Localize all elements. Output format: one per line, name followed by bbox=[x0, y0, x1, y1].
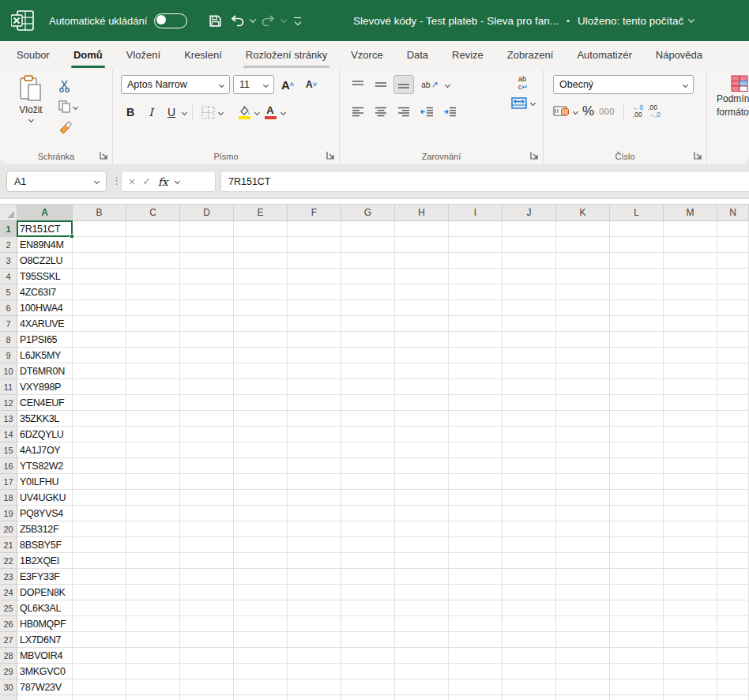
cell-J30[interactable] bbox=[502, 679, 556, 695]
cell-D29[interactable] bbox=[180, 664, 234, 679]
row-header-19[interactable]: 19 bbox=[0, 506, 17, 521]
cell-J4[interactable] bbox=[502, 269, 556, 284]
cell-L12[interactable] bbox=[610, 395, 664, 411]
cell-K28[interactable] bbox=[556, 648, 610, 664]
cell-H16[interactable] bbox=[395, 458, 449, 474]
column-header-L[interactable]: L bbox=[610, 204, 664, 221]
cell-F18[interactable] bbox=[288, 490, 341, 506]
cell-I7[interactable] bbox=[449, 316, 502, 332]
format-painter-button[interactable] bbox=[58, 119, 77, 135]
cell-L23[interactable] bbox=[610, 569, 664, 585]
copy-dropdown-icon[interactable] bbox=[73, 103, 78, 109]
cell-C31[interactable] bbox=[126, 695, 180, 700]
cell-F8[interactable] bbox=[288, 332, 341, 348]
cell-G7[interactable] bbox=[341, 316, 395, 332]
undo-dropdown-icon[interactable] bbox=[250, 16, 256, 22]
row-header-16[interactable]: 16 bbox=[0, 458, 17, 474]
cell-H27[interactable] bbox=[395, 632, 449, 648]
cell-L6[interactable] bbox=[610, 300, 664, 316]
cell-K10[interactable] bbox=[556, 363, 610, 379]
cell-E7[interactable] bbox=[234, 316, 288, 332]
cell-C9[interactable] bbox=[126, 348, 180, 363]
accounting-dropdown-icon[interactable] bbox=[573, 108, 578, 114]
column-header-D[interactable]: D bbox=[180, 204, 234, 221]
column-header-J[interactable]: J bbox=[502, 204, 556, 221]
align-top-button[interactable] bbox=[348, 75, 368, 94]
cell-C3[interactable] bbox=[126, 253, 180, 269]
cell-J20[interactable] bbox=[502, 521, 556, 537]
cell-J2[interactable] bbox=[502, 237, 556, 253]
cell-K25[interactable] bbox=[556, 600, 610, 616]
cell-D25[interactable] bbox=[180, 600, 234, 616]
cell-B25[interactable] bbox=[73, 600, 126, 616]
cell-M9[interactable] bbox=[664, 348, 717, 363]
cell-A9[interactable]: L6JK5MY bbox=[17, 348, 73, 363]
orientation-button[interactable]: ab ↗ bbox=[416, 75, 443, 94]
cell-M6[interactable] bbox=[664, 300, 717, 316]
cell-C11[interactable] bbox=[126, 379, 180, 395]
cell-M31[interactable] bbox=[664, 695, 717, 700]
cell-D26[interactable] bbox=[180, 616, 234, 632]
row-header-27[interactable]: 27 bbox=[0, 632, 17, 648]
font-color-button[interactable]: A bbox=[261, 103, 280, 122]
cell-E11[interactable] bbox=[234, 379, 288, 395]
cell-M27[interactable] bbox=[664, 632, 717, 648]
cell-D7[interactable] bbox=[180, 316, 234, 332]
cell-M3[interactable] bbox=[664, 253, 717, 269]
cell-N17[interactable] bbox=[717, 474, 749, 490]
cell-A16[interactable]: YTS82W2 bbox=[17, 458, 73, 474]
tab-rozlozeni-stranky[interactable]: Rozložení stránky bbox=[234, 41, 339, 70]
row-header-1[interactable]: 1 bbox=[0, 221, 17, 237]
cell-F10[interactable] bbox=[288, 363, 341, 379]
row-header-28[interactable]: 28 bbox=[0, 648, 17, 664]
cell-H9[interactable] bbox=[395, 348, 449, 363]
saved-status-chevron-icon[interactable] bbox=[688, 16, 694, 22]
cell-C13[interactable] bbox=[126, 411, 180, 427]
cell-F7[interactable] bbox=[288, 316, 341, 332]
increase-indent-button[interactable] bbox=[439, 102, 460, 121]
cell-D21[interactable] bbox=[180, 537, 234, 553]
cell-H19[interactable] bbox=[395, 506, 449, 521]
cell-N3[interactable] bbox=[717, 253, 749, 269]
document-title-area[interactable]: Slevové kódy - Test plateb - Sleva pro f… bbox=[353, 15, 694, 27]
row-header-23[interactable]: 23 bbox=[0, 569, 17, 585]
row-header-13[interactable]: 13 bbox=[0, 411, 17, 427]
cell-A26[interactable]: HB0MQPF bbox=[17, 616, 73, 632]
cell-H21[interactable] bbox=[395, 537, 449, 553]
cell-B23[interactable] bbox=[73, 569, 126, 585]
row-header-3[interactable]: 3 bbox=[0, 253, 17, 269]
cell-E2[interactable] bbox=[234, 237, 288, 253]
cell-I1[interactable] bbox=[449, 221, 502, 237]
cell-J23[interactable] bbox=[502, 569, 556, 585]
cell-A20[interactable]: Z5B312F bbox=[17, 521, 73, 537]
cell-G30[interactable] bbox=[341, 679, 395, 695]
cell-H4[interactable] bbox=[395, 269, 449, 284]
cell-H2[interactable] bbox=[395, 237, 449, 253]
cell-C7[interactable] bbox=[126, 316, 180, 332]
cell-I9[interactable] bbox=[449, 348, 502, 363]
cell-M21[interactable] bbox=[664, 537, 717, 553]
cell-F11[interactable] bbox=[288, 379, 341, 395]
cell-I4[interactable] bbox=[449, 269, 502, 284]
cell-D17[interactable] bbox=[180, 474, 234, 490]
cell-B6[interactable] bbox=[73, 300, 126, 316]
row-header-21[interactable]: 21 bbox=[0, 537, 17, 553]
cell-E13[interactable] bbox=[234, 411, 288, 427]
cell-B2[interactable] bbox=[73, 237, 126, 253]
number-dialog-launcher-icon[interactable] bbox=[694, 151, 702, 160]
cell-K20[interactable] bbox=[556, 521, 610, 537]
cell-F25[interactable] bbox=[288, 600, 341, 616]
cell-B15[interactable] bbox=[73, 442, 126, 458]
cell-B10[interactable] bbox=[73, 363, 126, 379]
borders-button[interactable] bbox=[198, 103, 217, 122]
cell-J19[interactable] bbox=[502, 506, 556, 521]
cell-B28[interactable] bbox=[73, 648, 126, 664]
cell-L31[interactable] bbox=[610, 695, 664, 700]
cell-H10[interactable] bbox=[395, 363, 449, 379]
row-header-10[interactable]: 10 bbox=[0, 363, 17, 379]
cell-L16[interactable] bbox=[610, 458, 664, 474]
cell-J16[interactable] bbox=[502, 458, 556, 474]
cell-L18[interactable] bbox=[610, 490, 664, 506]
cell-H31[interactable] bbox=[395, 695, 449, 700]
row-header-22[interactable]: 22 bbox=[0, 553, 17, 569]
